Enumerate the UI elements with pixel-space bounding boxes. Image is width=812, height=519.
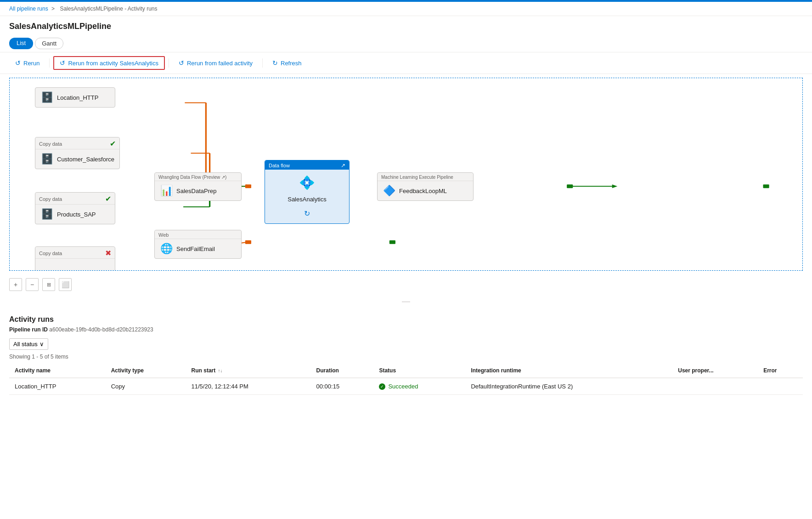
sales-analytics-icon: 💠 xyxy=(299,175,315,190)
breadcrumb: All pipeline runs > SalesAnalyticsMLPipe… xyxy=(0,2,812,16)
refresh-label: Refresh xyxy=(281,60,302,67)
node-send-fail-email-header: Web xyxy=(155,230,241,239)
node-sales-analytics[interactable]: Data flow ↗ 💠 SalesAnalytics ↻ xyxy=(265,160,350,224)
zoom-out-button[interactable]: − xyxy=(26,278,39,291)
node-send-fail-email-body: 🌐 SendFailEmail xyxy=(155,239,241,258)
feedback-loop-ml-icon: 🔷 xyxy=(383,185,395,197)
node-location-http[interactable]: 🗄️ Location_HTTP xyxy=(35,87,115,108)
col-error: Error xyxy=(758,364,803,378)
node-sales-data-prep-body: 📊 SalesDataPrep xyxy=(155,181,241,200)
toolbar-divider-1 xyxy=(49,58,50,68)
rerun-from-activity-button[interactable]: ↺ Rerun from activity SalesAnalytics xyxy=(53,56,165,70)
all-status-filter[interactable]: All status ∨ xyxy=(9,338,48,350)
rerun-icon: ↺ xyxy=(15,59,21,67)
run-start-sort-icon: ↑↓ xyxy=(218,368,223,373)
node-sales-analytics-body: 💠 SalesAnalytics ↻ xyxy=(265,170,349,223)
rerun-from-failed-icon: ↺ xyxy=(179,59,184,67)
rerun-from-failed-label: Rerun from failed activity xyxy=(187,60,253,67)
status-succeeded: ✓ Succeeded xyxy=(379,383,460,390)
location-http-icon: 🗄️ xyxy=(41,91,53,103)
zoom-in-button[interactable]: + xyxy=(9,278,22,291)
pipeline-run-id-label: Pipeline run ID xyxy=(9,326,48,333)
sales-data-prep-icon: 📊 xyxy=(160,185,173,197)
pipeline-canvas: 🗄️ Location_HTTP Copy data ✔ 🗄️ Customer… xyxy=(9,78,803,271)
col-duration: Duration xyxy=(311,364,374,378)
svg-rect-16 xyxy=(389,240,395,244)
pipeline-run-id-value: a600eabe-19fb-4d0b-bd8d-d20b21223923 xyxy=(49,326,153,333)
cell-user-properties xyxy=(672,378,758,395)
cell-status: ✓ Succeeded xyxy=(373,378,465,395)
fit-to-screen-button[interactable]: ⊞ xyxy=(42,278,55,291)
node-sales-data-prep[interactable]: Wrangling Data Flow (Preview ↗) 📊 SalesD… xyxy=(154,172,242,201)
refresh-button[interactable]: ↻ Refresh xyxy=(266,57,308,69)
filter-chevron-icon: ∨ xyxy=(39,341,44,348)
col-integration-runtime: Integration runtime xyxy=(465,364,672,378)
node-copy-data-error[interactable]: Copy data ✖ xyxy=(35,246,115,271)
products-sap-icon: 🗄️ xyxy=(41,208,53,220)
svg-rect-17 xyxy=(245,184,251,188)
rerun-from-activity-label: Rerun from activity SalesAnalytics xyxy=(68,60,158,67)
activity-runs-title: Activity runs xyxy=(9,315,803,324)
item-count: Showing 1 - 5 of 5 items xyxy=(9,354,803,360)
toolbar: ↺ Rerun ↺ Rerun from activity SalesAnaly… xyxy=(0,52,812,74)
sales-data-prep-label: SalesDataPrep xyxy=(176,188,216,194)
toolbar-divider-2 xyxy=(169,58,169,68)
node-feedback-loop-ml[interactable]: Machine Learning Execute Pipeline 🔷 Feed… xyxy=(377,172,474,201)
node-feedback-loop-ml-header: Machine Learning Execute Pipeline xyxy=(378,173,473,181)
svg-rect-18 xyxy=(245,240,251,244)
rerun-from-failed-button[interactable]: ↺ Rerun from failed activity xyxy=(173,57,259,69)
fullscreen-button[interactable]: ⬜ xyxy=(59,278,72,291)
refresh-icon: ↻ xyxy=(272,59,278,67)
toolbar-divider-3 xyxy=(262,58,263,68)
canvas-controls: + − ⊞ ⬜ xyxy=(0,274,812,295)
table-body: Location_HTTP Copy 11/5/20, 12:12:44 PM … xyxy=(9,378,803,395)
page-title: SalesAnalyticsMLPipeline xyxy=(0,16,812,35)
tab-list[interactable]: List xyxy=(9,38,33,49)
resize-handle[interactable]: — xyxy=(0,295,812,308)
activity-runs-section: Activity runs Pipeline run ID a600eabe-1… xyxy=(0,308,812,395)
node-customer-salesforce[interactable]: Copy data ✔ 🗄️ Customer_Salesforce xyxy=(35,137,120,169)
node-copy-data-error-body xyxy=(35,259,115,271)
table-header: Activity name Activity type Run start ↑↓… xyxy=(9,364,803,378)
table-row[interactable]: Location_HTTP Copy 11/5/20, 12:12:44 PM … xyxy=(9,378,803,395)
node-copy-data-error-header: Copy data ✖ xyxy=(35,247,115,259)
col-run-start[interactable]: Run start ↑↓ xyxy=(186,364,311,378)
customer-salesforce-icon: 🗄️ xyxy=(41,153,53,165)
svg-rect-19 xyxy=(763,184,769,188)
col-status: Status xyxy=(373,364,465,378)
all-status-label: All status xyxy=(13,341,38,348)
cell-duration: 00:00:15 xyxy=(311,378,374,395)
send-fail-email-icon: 🌐 xyxy=(160,243,173,255)
node-customer-salesforce-header: Copy data ✔ xyxy=(35,137,119,149)
node-products-sap-body: 🗄️ Products_SAP xyxy=(35,205,115,224)
col-user-properties: User proper... xyxy=(672,364,758,378)
breadcrumb-link[interactable]: All pipeline runs xyxy=(9,6,48,12)
feedback-loop-ml-label: FeedbackLoopML xyxy=(399,188,447,194)
node-location-http-body: 🗄️ Location_HTTP xyxy=(35,88,115,107)
cell-activity-name: Location_HTTP xyxy=(9,378,106,395)
cell-activity-type: Copy xyxy=(106,378,186,395)
node-sales-data-prep-header: Wrangling Data Flow (Preview ↗) xyxy=(155,173,241,181)
send-fail-email-label: SendFailEmail xyxy=(176,245,215,252)
svg-marker-11 xyxy=(612,184,618,188)
location-http-label: Location_HTTP xyxy=(57,94,98,101)
status-success-icon: ✓ xyxy=(379,383,385,390)
rerun-label: Rerun xyxy=(23,60,39,67)
tab-gantt[interactable]: Gantt xyxy=(35,38,63,49)
customer-salesforce-label: Customer_Salesforce xyxy=(57,156,114,163)
node-send-fail-email[interactable]: Web 🌐 SendFailEmail xyxy=(154,230,242,259)
sales-analytics-refresh-icon: ↻ xyxy=(304,209,310,218)
tabs-row: List Gantt xyxy=(0,35,812,52)
node-feedback-loop-ml-body: 🔷 FeedbackLoopML xyxy=(378,181,473,200)
node-sales-analytics-header: Data flow ↗ xyxy=(265,160,349,170)
svg-marker-13 xyxy=(246,240,252,244)
activity-runs-table: Activity name Activity type Run start ↑↓… xyxy=(9,364,803,395)
sales-analytics-label: SalesAnalytics xyxy=(288,196,327,203)
pipeline-run-id: Pipeline run ID a600eabe-19fb-4d0b-bd8d-… xyxy=(9,326,803,333)
breadcrumb-current: SalesAnalyticsMLPipeline - Activity runs xyxy=(60,6,157,12)
cell-integration-runtime: DefaultIntegrationRuntime (East US 2) xyxy=(465,378,672,395)
products-sap-label: Products_SAP xyxy=(57,211,96,218)
rerun-button[interactable]: ↺ Rerun xyxy=(9,57,45,69)
cell-run-start: 11/5/20, 12:12:44 PM xyxy=(186,378,311,395)
node-products-sap[interactable]: Copy data ✔ 🗄️ Products_SAP xyxy=(35,192,115,224)
